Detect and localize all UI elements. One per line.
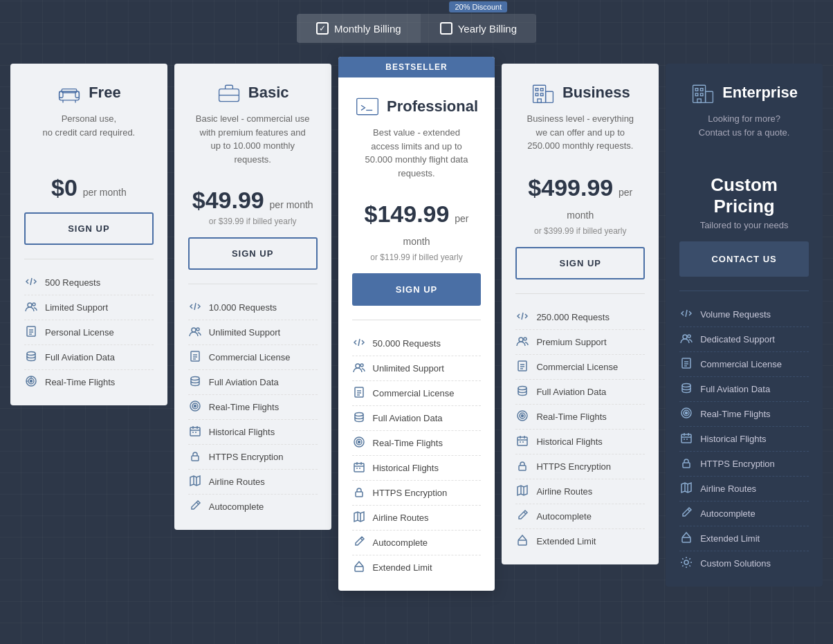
business-amount: $499.99 xyxy=(528,174,613,201)
calendar-icon2 xyxy=(188,425,202,439)
svg-line-66 xyxy=(360,538,363,540)
svg-rect-74 xyxy=(538,99,541,102)
svg-rect-43 xyxy=(357,98,378,114)
svg-rect-67 xyxy=(355,567,363,571)
svg-rect-122 xyxy=(683,463,690,468)
enterprise-contact-button[interactable]: CONTACT US xyxy=(679,241,809,277)
sofa-icon xyxy=(57,80,82,105)
free-feature-license: Personal License xyxy=(24,320,154,345)
doc-icon4 xyxy=(515,360,529,374)
biz-feature-extended: Extended Limit xyxy=(515,529,645,553)
basic-price: $49.99 per month xyxy=(188,187,318,214)
map-icon5 xyxy=(679,481,693,496)
plan-basic: Basic Basic level - commercial use with … xyxy=(174,64,331,530)
pencil-icon3 xyxy=(352,535,366,550)
free-price: $0 per month xyxy=(24,174,154,201)
prof-feature-rtf: Real-Time Flights xyxy=(352,431,482,456)
ent-feature-rtf: Real-Time Flights xyxy=(679,402,809,427)
plans-container: Free Personal use, no credit card requir… xyxy=(7,64,826,591)
prof-feature-support: Unlimited Support xyxy=(352,356,482,381)
doc-icon2 xyxy=(188,350,202,365)
free-feature-support: Limited Support xyxy=(24,295,154,320)
biz-feature-https: HTTPS Encryption xyxy=(515,454,645,479)
business-description: Business level - everything we can offer… xyxy=(515,112,645,154)
basic-feature-routes: Airline Routes xyxy=(188,470,318,495)
professional-plan-name: Professional xyxy=(387,98,478,116)
svg-line-75 xyxy=(522,313,523,320)
db-icon xyxy=(24,350,38,365)
ent-feature-custom: Custom Solutions xyxy=(679,551,809,576)
svg-rect-68 xyxy=(533,85,545,102)
svg-line-42 xyxy=(196,502,199,504)
ent-feature-routes: Airline Routes xyxy=(679,477,809,502)
plan-enterprise: Enterprise Looking for more? Contact us … xyxy=(666,64,823,587)
svg-marker-93 xyxy=(518,486,527,495)
professional-description: Best value - extended access limits and … xyxy=(352,126,482,180)
lock-icon5 xyxy=(679,457,693,471)
basic-header: Basic Basic level - commercial use with … xyxy=(174,64,331,180)
business-yearly-note: or $399.99 if billed yearly xyxy=(515,226,645,236)
gear-icon5 xyxy=(679,556,693,571)
ent-feature-requests: Volume Requests xyxy=(679,302,809,327)
prof-feature-hist: Historical Flights xyxy=(352,456,482,481)
biz-feature-requests: 250.000 Requests xyxy=(515,305,645,330)
ent-feature-aviation: Full Aviation Data xyxy=(679,377,809,402)
professional-signup-button[interactable]: SIGN UP xyxy=(352,273,482,306)
free-requests-label: 500 Requests xyxy=(45,277,100,288)
biz-feature-rtf: Real-Time Flights xyxy=(515,405,645,430)
svg-rect-99 xyxy=(706,91,713,102)
prof-feature-aviation: Full Aviation Data xyxy=(352,406,482,431)
svg-rect-101 xyxy=(701,89,704,91)
biz-feature-license: Commercial License xyxy=(515,355,645,380)
svg-rect-48 xyxy=(355,387,363,397)
monthly-checkbox xyxy=(316,22,329,35)
free-icon-wrap: Free xyxy=(24,80,154,105)
svg-point-46 xyxy=(356,364,360,368)
professional-yearly-note: or $119.99 if billed yearly xyxy=(352,252,482,262)
svg-point-52 xyxy=(355,413,363,416)
basic-price-section: $49.99 per month or $39.99 if billed yea… xyxy=(174,180,331,237)
users-icon3 xyxy=(352,361,366,376)
professional-icon-wrap: Professional xyxy=(352,94,482,119)
svg-rect-102 xyxy=(695,93,698,96)
db-icon3 xyxy=(352,411,366,425)
basic-signup-button[interactable]: SIGN UP xyxy=(188,237,318,270)
svg-rect-108 xyxy=(682,358,690,368)
svg-rect-92 xyxy=(519,466,526,470)
monthly-billing-button[interactable]: Monthly Billing xyxy=(297,14,421,43)
svg-point-115 xyxy=(686,412,688,414)
business-price: $499.99 per month xyxy=(515,174,645,223)
yearly-billing-button[interactable]: 20% Discount Yearly Billing xyxy=(421,14,536,43)
prof-feature-requests: 50.000 Requests xyxy=(352,331,482,356)
svg-line-105 xyxy=(686,310,687,317)
monthly-billing-label: Monthly Billing xyxy=(334,23,401,35)
svg-point-18 xyxy=(30,380,33,383)
free-amount: $0 xyxy=(51,174,77,201)
svg-line-96 xyxy=(524,512,526,514)
svg-rect-70 xyxy=(536,89,538,91)
enterprise-icon-wrap: Enterprise xyxy=(679,80,809,105)
free-feature-requests: 500 Requests xyxy=(24,270,154,295)
business-price-section: $499.99 per month or $399.99 if billed y… xyxy=(502,167,659,247)
code-icon xyxy=(24,275,38,290)
map-icon2 xyxy=(188,475,202,489)
billing-toggle: Monthly Billing 20% Discount Yearly Bill… xyxy=(7,14,826,43)
business-signup-button[interactable]: SIGN UP xyxy=(515,247,645,279)
free-license-label: Personal License xyxy=(45,327,114,338)
professional-header: Professional Best value - extended acces… xyxy=(338,77,495,194)
pencil-icon2 xyxy=(188,499,202,514)
free-signup-button[interactable]: SIGN UP xyxy=(24,212,154,245)
enterprise-header: Enterprise Looking for more? Contact us … xyxy=(666,64,823,167)
page-wrapper: Monthly Billing 20% Discount Yearly Bill… xyxy=(7,14,826,591)
business-icon-wrap: Business xyxy=(515,80,645,105)
basic-per-month: per month xyxy=(270,199,313,210)
svg-point-13 xyxy=(27,352,35,356)
free-support-label: Limited Support xyxy=(45,302,108,313)
svg-rect-78 xyxy=(518,361,527,371)
radar-icon5 xyxy=(679,407,693,421)
free-features: 500 Requests Limited Support Personal Li… xyxy=(10,259,167,405)
enterprise-description: Looking for more? Contact us for a quote… xyxy=(679,112,809,154)
prof-feature-https: HTTPS Encryption xyxy=(352,481,482,506)
free-feature-aviation: Full Aviation Data xyxy=(24,345,154,370)
basic-feature-https: HTTPS Encryption xyxy=(188,445,318,470)
